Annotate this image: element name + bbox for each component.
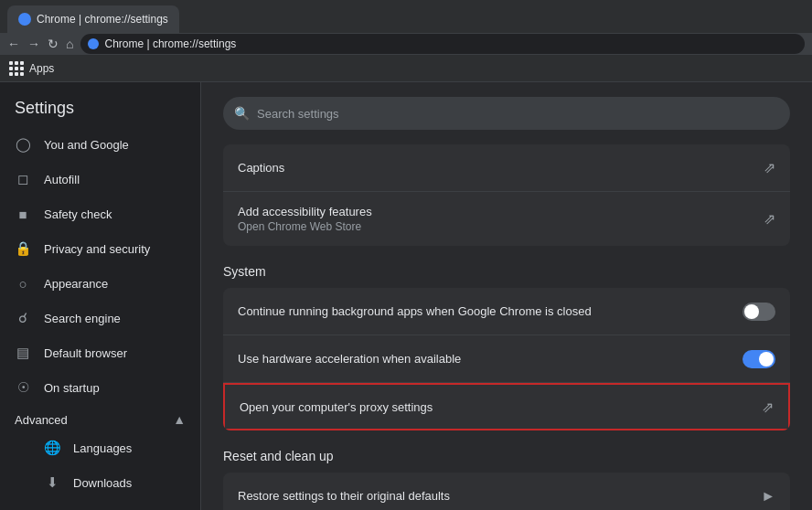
restore-defaults-row[interactable]: Restore settings to their original defau… bbox=[223, 473, 790, 510]
power-icon: ☉ bbox=[15, 379, 31, 396]
system-card: Continue running background apps when Go… bbox=[223, 288, 790, 430]
shield-icon: ■ bbox=[15, 206, 31, 222]
home-button[interactable]: ⌂ bbox=[66, 37, 73, 51]
settings-title: Settings bbox=[0, 86, 200, 127]
sidebar-item-privacy-security[interactable]: 🔒 Privacy and security bbox=[0, 231, 200, 266]
sidebar-label-default-browser: Default browser bbox=[44, 346, 127, 360]
search-icon: ☌ bbox=[15, 310, 31, 326]
add-accessibility-title: Add accessibility features bbox=[238, 205, 756, 218]
tab-bar: Chrome | chrome://settings bbox=[0, 0, 812, 33]
hardware-accel-row[interactable]: Use hardware acceleration when available bbox=[223, 335, 790, 383]
external-link-icon-2: ⇗ bbox=[764, 210, 775, 228]
apps-grid-icon bbox=[9, 61, 24, 76]
sidebar-label-autofill: Autofill bbox=[44, 173, 80, 186]
search-bar[interactable]: 🔍 bbox=[223, 97, 790, 130]
sidebar-label-downloads: Downloads bbox=[73, 476, 132, 490]
sidebar-label-search-engine: Search engine bbox=[44, 312, 121, 325]
palette-icon: ○ bbox=[15, 275, 31, 292]
sidebar-item-safety-check[interactable]: ■ Safety check bbox=[0, 197, 200, 231]
restore-defaults-text: Restore settings to their original defau… bbox=[238, 489, 753, 503]
sidebar-label-appearance: Appearance bbox=[44, 277, 108, 291]
reload-button[interactable]: ↻ bbox=[48, 37, 59, 51]
search-icon: 🔍 bbox=[234, 106, 250, 121]
sidebar-item-printing[interactable]: 🖶 Printing bbox=[0, 500, 200, 510]
search-input[interactable] bbox=[257, 107, 779, 121]
tab-favicon bbox=[18, 13, 31, 26]
browser-icon: ▤ bbox=[15, 345, 31, 361]
advanced-label: Advanced bbox=[15, 413, 68, 427]
site-icon bbox=[88, 38, 99, 49]
tab-title: Chrome | chrome://settings bbox=[37, 13, 168, 26]
proxy-external-icon: ⇗ bbox=[762, 398, 774, 416]
add-accessibility-text: Add accessibility features Open Chrome W… bbox=[238, 205, 756, 233]
sidebar-label-safety-check: Safety check bbox=[44, 207, 112, 221]
sidebar-label-you-and-google: You and Google bbox=[44, 138, 129, 152]
sidebar-item-search-engine[interactable]: ☌ Search engine bbox=[0, 301, 200, 335]
sidebar-label-languages: Languages bbox=[73, 441, 132, 455]
add-accessibility-row[interactable]: Add accessibility features Open Chrome W… bbox=[223, 192, 790, 246]
reset-section-header: Reset and clean up bbox=[223, 441, 790, 473]
background-apps-title: Continue running background apps when Go… bbox=[238, 304, 743, 318]
address-text: Chrome | chrome://settings bbox=[104, 37, 236, 50]
hardware-accel-text: Use hardware acceleration when available bbox=[238, 352, 743, 366]
sidebar-item-languages[interactable]: 🌐 Languages bbox=[0, 430, 200, 465]
proxy-settings-text: Open your computer's proxy settings bbox=[240, 400, 754, 414]
proxy-settings-title: Open your computer's proxy settings bbox=[240, 400, 754, 414]
advanced-section-header[interactable]: Advanced ▲ bbox=[0, 405, 200, 430]
globe-icon: 🌐 bbox=[44, 440, 60, 456]
sidebar-item-downloads[interactable]: ⬇ Downloads bbox=[0, 465, 200, 500]
nav-bar: ← → ↻ ⌂ Chrome | chrome://settings bbox=[0, 33, 812, 55]
browser-window: Chrome | chrome://settings ← → ↻ ⌂ Chrom… bbox=[0, 0, 812, 55]
person-icon: ◯ bbox=[15, 136, 31, 153]
toggle-thumb-on bbox=[759, 352, 774, 367]
system-section-header: System bbox=[223, 257, 790, 288]
hardware-accel-toggle[interactable] bbox=[743, 350, 775, 368]
captions-row[interactable]: Captions ⇗ bbox=[223, 144, 790, 192]
main-content: 🔍 Captions ⇗ Add accessibility features … bbox=[201, 82, 812, 510]
download-icon: ⬇ bbox=[44, 474, 60, 491]
background-apps-text: Continue running background apps when Go… bbox=[238, 304, 743, 318]
background-apps-toggle[interactable] bbox=[743, 303, 775, 321]
app-bar: Apps bbox=[0, 55, 812, 82]
background-apps-row[interactable]: Continue running background apps when Go… bbox=[223, 288, 790, 335]
settings-layout: Settings ◯ You and Google ◻ Autofill ■ S… bbox=[0, 82, 812, 510]
sidebar-item-on-startup[interactable]: ☉ On startup bbox=[0, 370, 200, 405]
hardware-accel-title: Use hardware acceleration when available bbox=[238, 352, 743, 366]
captions-title: Captions bbox=[238, 161, 756, 175]
captions-text: Captions bbox=[238, 161, 756, 175]
toggle-thumb bbox=[744, 304, 759, 319]
forward-button[interactable]: → bbox=[27, 37, 40, 51]
reset-card: Restore settings to their original defau… bbox=[223, 473, 790, 510]
restore-arrow-icon: ► bbox=[761, 488, 775, 505]
lock-icon: 🔒 bbox=[15, 240, 31, 257]
sidebar-label-on-startup: On startup bbox=[44, 381, 100, 395]
external-link-icon: ⇗ bbox=[764, 159, 775, 176]
credit-card-icon: ◻ bbox=[15, 171, 31, 187]
proxy-settings-row[interactable]: Open your computer's proxy settings ⇗ bbox=[223, 383, 790, 430]
collapse-icon: ▲ bbox=[173, 412, 186, 427]
sidebar-item-autofill[interactable]: ◻ Autofill bbox=[0, 162, 200, 197]
sidebar-label-privacy-security: Privacy and security bbox=[44, 242, 150, 256]
sidebar-item-you-and-google[interactable]: ◯ You and Google bbox=[0, 127, 200, 162]
sidebar-item-appearance[interactable]: ○ Appearance bbox=[0, 266, 200, 301]
sidebar: Settings ◯ You and Google ◻ Autofill ■ S… bbox=[0, 82, 201, 510]
restore-defaults-title: Restore settings to their original defau… bbox=[238, 489, 753, 503]
add-accessibility-subtitle: Open Chrome Web Store bbox=[238, 220, 756, 233]
back-button[interactable]: ← bbox=[7, 37, 20, 51]
accessibility-card: Captions ⇗ Add accessibility features Op… bbox=[223, 144, 790, 246]
active-tab[interactable]: Chrome | chrome://settings bbox=[7, 5, 179, 33]
apps-label[interactable]: Apps bbox=[29, 62, 54, 75]
address-bar[interactable]: Chrome | chrome://settings bbox=[80, 34, 805, 54]
sidebar-item-default-browser[interactable]: ▤ Default browser bbox=[0, 335, 200, 370]
